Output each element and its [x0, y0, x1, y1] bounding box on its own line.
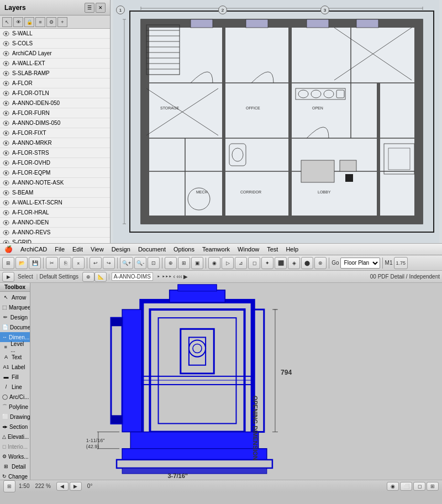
layer-item[interactable]: A-WALL-EXT-SCRN [0, 198, 110, 208]
view-select[interactable]: Floor Plan 3D Section [340, 258, 380, 269]
layers-list[interactable]: S-WALL S-COLS ArchiCAD Layer A-WALL-EXT [0, 29, 110, 243]
tb-r9[interactable]: ⊗ [314, 257, 327, 269]
layer-eye-icon[interactable] [2, 129, 10, 137]
layer-eye-icon[interactable] [2, 70, 10, 77]
layer-item[interactable]: A-FLOR-STRS [0, 148, 110, 158]
layer-item[interactable]: A-ANNO-IDEN [0, 218, 110, 228]
tb-r2[interactable]: ▷ [222, 257, 234, 269]
layer-item[interactable]: A-FLOR-EQPM [0, 168, 110, 178]
toolbox-item-works---[interactable]: ⚙ Works... [0, 452, 30, 461]
tb-grid[interactable]: ⊞ [178, 257, 190, 269]
tb-scale-val[interactable]: 1.75 [394, 257, 408, 269]
drawing-canvas[interactable]: 794 3-7/16" (87.3) 1-11/16" (42.9) OPENI… [30, 283, 442, 492]
layer-item[interactable]: S-COLS [0, 39, 110, 49]
nav-prev[interactable]: ◀ [56, 482, 69, 491]
layer-item[interactable]: A-ANNO-REVS [0, 228, 110, 238]
tb-save[interactable]: 💾 [29, 257, 41, 269]
menu-item-options[interactable]: Options [170, 245, 198, 253]
icon-layers[interactable]: ≡ [35, 17, 45, 27]
layer-eye-icon[interactable] [2, 229, 10, 237]
toolbox-item-elevati---[interactable]: △ Elevati... [0, 432, 30, 442]
layer-item[interactable]: ArchiCAD Layer [0, 49, 110, 59]
layer-item[interactable]: A-FLOR-HRAL [0, 208, 110, 218]
tb-undo[interactable]: ↩ [90, 257, 102, 269]
toolbox-item-document[interactable]: 📄 Document [0, 322, 30, 332]
tb-cut[interactable]: ✂ [46, 257, 58, 269]
status-r2[interactable]: ⬜ [400, 482, 412, 491]
menu-item-test[interactable]: Test [264, 245, 281, 253]
layer-eye-icon[interactable] [2, 30, 10, 38]
layer-item[interactable]: A-FLOR [0, 78, 110, 88]
icon-pointer[interactable]: ↖ [2, 17, 12, 27]
layer-item[interactable]: S-BEAM [0, 188, 110, 198]
icon-eye[interactable]: 👁 [13, 17, 23, 27]
layer-eye-icon[interactable] [2, 199, 10, 207]
tb-zoom-out[interactable]: 🔍- [134, 257, 146, 269]
tb2-btn1[interactable]: ▶ [2, 272, 14, 282]
layer-eye-icon[interactable] [2, 60, 10, 67]
tb-r8[interactable]: ⬤ [301, 257, 313, 269]
toolbox-item-arc-ci---[interactable]: ◯ Arc/Ci... [0, 392, 30, 402]
toolbox-item-polyline[interactable]: ⌒ Polyline [0, 402, 30, 412]
layer-eye-icon[interactable] [2, 139, 10, 147]
menu-item-help[interactable]: Help [282, 245, 302, 253]
menu-item-window[interactable]: Window [234, 245, 262, 253]
tb-r7[interactable]: ◈ [288, 257, 300, 269]
tb2-icon2[interactable]: 📐 [94, 272, 107, 282]
layer-eye-icon[interactable] [2, 209, 10, 217]
status-btn-1[interactable]: ⊞ [3, 480, 15, 492]
menu-item-teamwork[interactable]: Teamwork [199, 245, 233, 253]
layer-item[interactable]: S-GRID [0, 238, 110, 243]
layer-eye-icon[interactable] [2, 149, 10, 157]
menu-item-edit[interactable]: Edit [69, 245, 86, 253]
tb-r1[interactable]: ◉ [208, 257, 220, 269]
layers-close-btn[interactable]: ✕ [96, 3, 106, 13]
layer-eye-icon[interactable] [2, 119, 10, 127]
toolbox-item-level----[interactable]: ≡ Level ... [0, 342, 30, 352]
layer-item[interactable]: A-ANNO-DIMS-050 [0, 118, 110, 128]
toolbox-item-fill[interactable]: ▬ Fill [0, 372, 30, 382]
toolbox-item-label[interactable]: A1 Label [0, 362, 30, 372]
tb-r5[interactable]: ✦ [261, 257, 273, 269]
status-r1[interactable]: ◉ [387, 482, 399, 491]
icon-add[interactable]: + [57, 17, 67, 27]
layer-eye-icon[interactable] [2, 99, 10, 107]
tb-fit[interactable]: ⊡ [148, 257, 160, 269]
layer-eye-icon[interactable] [2, 219, 10, 227]
layer-eye-icon[interactable] [2, 109, 10, 117]
layer-eye-icon[interactable] [2, 40, 10, 48]
layer-eye-icon[interactable] [2, 90, 10, 97]
tb-zoom-in[interactable]: 🔍+ [120, 257, 133, 269]
layer-item[interactable]: A-FLOR-FURN [0, 108, 110, 118]
toolbox-item-arrow[interactable]: ↖ Arrow [0, 292, 30, 302]
status-r3[interactable]: ◻ [413, 482, 425, 491]
layer-item[interactable]: A-ANNO-NOTE-ASK [0, 178, 110, 188]
toolbox-item-marquee[interactable]: ⬚ Marquee [0, 302, 30, 312]
layer-item[interactable]: S-WALL [0, 29, 110, 39]
menu-item-view[interactable]: View [87, 245, 107, 253]
layer-item[interactable]: S-SLAB-RAMP [0, 69, 110, 78]
layer-item[interactable]: A-WALL-EXT [0, 59, 110, 69]
layer-item[interactable]: A-FLOR-OVHD [0, 158, 110, 168]
icon-lock[interactable]: 🔒 [24, 17, 34, 27]
layer-item[interactable]: A-ANNO-IDEN-050 [0, 98, 110, 108]
icon-settings[interactable]: ⚙ [46, 17, 56, 27]
layer-eye-icon[interactable] [2, 80, 10, 87]
layer-item[interactable]: A-ANNO-MRKR [0, 138, 110, 148]
tb-snap[interactable]: ⊕ [165, 257, 177, 269]
layer-eye-icon[interactable] [2, 50, 10, 57]
toolbox-item-text[interactable]: A Text [0, 352, 30, 362]
layer-eye-icon[interactable] [2, 239, 10, 244]
tb-r3[interactable]: ⊿ [235, 257, 247, 269]
toolbox-item-drawing[interactable]: ⬜ Drawing [0, 412, 30, 422]
toolbox-item-line[interactable]: / Line [0, 382, 30, 392]
tb-paste[interactable]: ⌅ [72, 257, 85, 269]
tb-r6[interactable]: ⬛ [275, 257, 287, 269]
menu-item-document[interactable]: Document [135, 245, 169, 253]
tb-r4[interactable]: ◻ [248, 257, 260, 269]
layer-item[interactable]: A-FLOR-OTLN [0, 88, 110, 98]
tb-new[interactable]: ⊞ [2, 257, 14, 269]
menu-item-file[interactable]: File [51, 245, 68, 253]
tb-open[interactable]: 📂 [15, 257, 28, 269]
menu-item-archicad[interactable]: ArchiCAD [17, 245, 50, 253]
